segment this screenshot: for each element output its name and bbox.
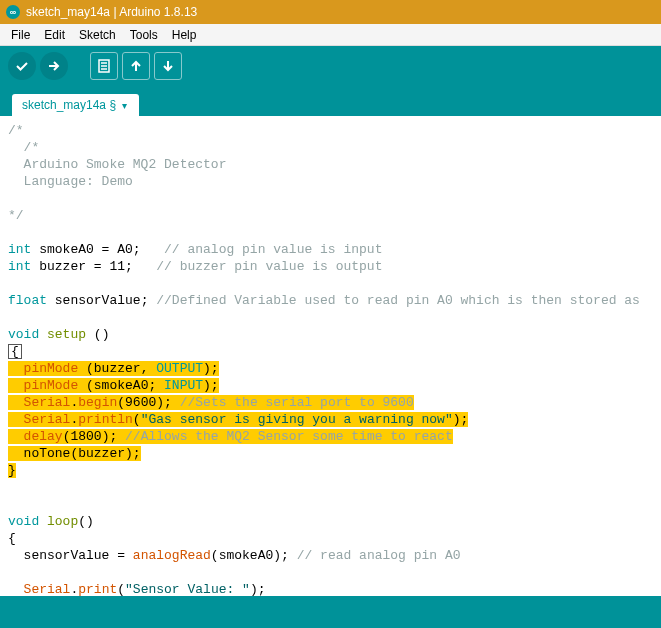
toolbar (0, 46, 661, 86)
code-text: smokeA0 = A0; (31, 242, 164, 257)
status-footer (0, 596, 661, 628)
code-text: //Allows the MQ2 Sensor some time to rea… (125, 429, 453, 444)
code-text: /* (8, 140, 39, 155)
code-text: { (8, 531, 16, 546)
code-text: INPUT (164, 378, 203, 393)
new-button[interactable] (90, 52, 118, 80)
code-text: sensorValue = (8, 548, 133, 563)
code-text: () (78, 514, 94, 529)
code-text: sensorValue; (47, 293, 156, 308)
code-text: (9600); (117, 395, 179, 410)
arrow-down-icon (160, 58, 176, 74)
code-text: delay (24, 429, 63, 444)
code-text: "Gas sensor is giving you a warning now" (141, 412, 453, 427)
title-bar: ∞ sketch_may14a | Arduino 1.8.13 (0, 0, 661, 24)
highlighted-line: noTone(buzzer); (8, 446, 141, 461)
code-text: print (78, 582, 117, 596)
check-icon (14, 58, 30, 74)
code-text: float (8, 293, 47, 308)
code-text: Serial (24, 412, 71, 427)
code-text: begin (78, 395, 117, 410)
menu-bar: File Edit Sketch Tools Help (0, 24, 661, 46)
code-editor[interactable]: /* /* Arduino Smoke MQ2 Detector Languag… (0, 116, 661, 596)
code-text: ); (250, 582, 266, 596)
cursor-position: { (8, 344, 22, 359)
code-text: println (78, 412, 133, 427)
code-text: analogRead (133, 548, 211, 563)
upload-button[interactable] (40, 52, 68, 80)
menu-file[interactable]: File (4, 28, 37, 42)
code-text: pinMode (24, 378, 79, 393)
code-text: // analog pin value is input (164, 242, 382, 257)
code-text: int (8, 259, 31, 274)
code-text: OUTPUT (156, 361, 203, 376)
menu-tools[interactable]: Tools (123, 28, 165, 42)
tab-bar: sketch_may14a § ▾ (0, 86, 661, 116)
code-text: loop (39, 514, 78, 529)
code-text: Serial (24, 582, 71, 596)
highlighted-line: } (8, 463, 16, 478)
code-text: pinMode (24, 361, 79, 376)
code-text: "Sensor Value: " (125, 582, 250, 596)
code-text: // read analog pin A0 (297, 548, 461, 563)
code-text (8, 378, 24, 393)
menu-edit[interactable]: Edit (37, 28, 72, 42)
code-text: setup (39, 327, 86, 342)
code-text: /* (8, 123, 24, 138)
verify-button[interactable] (8, 52, 36, 80)
highlighted-line: pinMode (buzzer, OUTPUT); (8, 361, 219, 376)
highlighted-line: pinMode (smokeA0; INPUT); (8, 378, 219, 393)
file-icon (96, 58, 112, 74)
code-text (8, 361, 24, 376)
code-text: Serial (24, 395, 71, 410)
code-text: ( (117, 582, 125, 596)
tab-dropdown-icon[interactable]: ▾ (122, 100, 127, 111)
code-text: (smokeA0); (211, 548, 297, 563)
menu-sketch[interactable]: Sketch (72, 28, 123, 42)
code-text: (1800); (63, 429, 125, 444)
arrow-right-icon (46, 58, 62, 74)
open-button[interactable] (122, 52, 150, 80)
code-text: //Defined Variable used to read pin A0 w… (156, 293, 640, 308)
code-text: () (86, 327, 109, 342)
code-text: ); (203, 361, 219, 376)
tab-sketch[interactable]: sketch_may14a § ▾ (12, 94, 139, 116)
code-text: Language: Demo (8, 174, 133, 189)
highlighted-line: Serial.println("Gas sensor is giving you… (8, 412, 468, 427)
code-text: ); (203, 378, 219, 393)
code-text: int (8, 242, 31, 257)
arrow-up-icon (128, 58, 144, 74)
code-text: //Sets the serial port to 9600 (180, 395, 414, 410)
code-text: ); (453, 412, 469, 427)
highlighted-line: Serial.begin(9600); //Sets the serial po… (8, 395, 414, 410)
menu-help[interactable]: Help (165, 28, 204, 42)
code-text: // buzzer pin value is output (156, 259, 382, 274)
code-text: ( (133, 412, 141, 427)
code-text: Arduino Smoke MQ2 Detector (8, 157, 226, 172)
save-button[interactable] (154, 52, 182, 80)
code-text (8, 412, 24, 427)
code-text (8, 429, 24, 444)
code-text: void (8, 327, 39, 342)
code-text (8, 395, 24, 410)
code-text: (smokeA0; (78, 378, 164, 393)
arduino-logo-icon: ∞ (6, 5, 20, 19)
code-text: void (8, 514, 39, 529)
window-title: sketch_may14a | Arduino 1.8.13 (26, 5, 197, 19)
tab-label: sketch_may14a § (22, 98, 116, 112)
highlighted-line: delay(1800); //Allows the MQ2 Sensor som… (8, 429, 453, 444)
code-text (8, 582, 24, 596)
code-text: buzzer = 11; (31, 259, 156, 274)
code-text: */ (8, 208, 24, 223)
code-text: (buzzer, (78, 361, 156, 376)
